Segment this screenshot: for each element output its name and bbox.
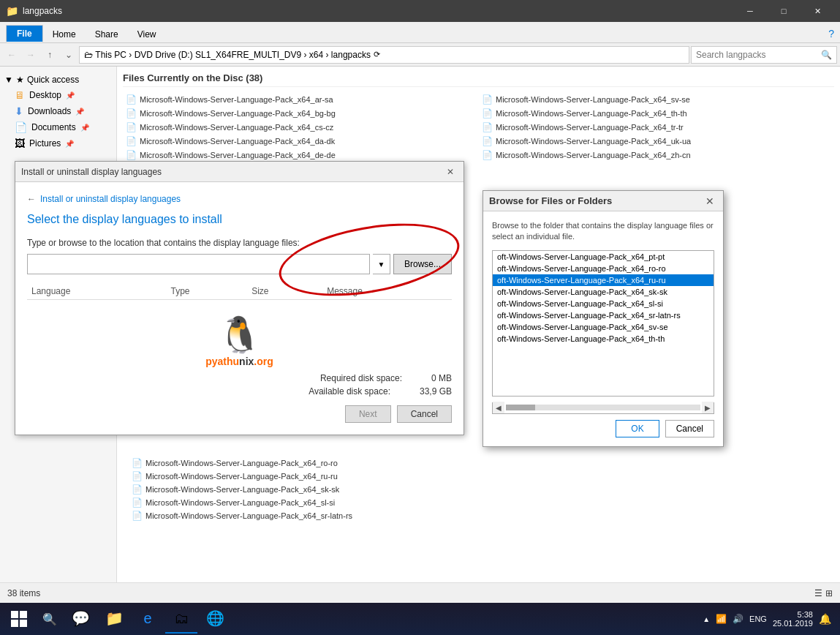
browse-list-item[interactable]: oft-Windows-Server-Language-Pack_x64_ro-… xyxy=(493,263,714,274)
taskbar-search-button[interactable]: 🔍 xyxy=(37,606,63,632)
up-button[interactable]: ↑ xyxy=(41,46,58,64)
bottom-file-items: 📄 Microsoft-Windows-Server-Language-Pack… xyxy=(123,454,834,525)
search-box: 🔍 xyxy=(691,46,837,64)
file-name: Microsoft-Windows-Server-Language-Pack_x… xyxy=(145,498,335,507)
file-name: Microsoft-Windows-Server-Language-Pack_x… xyxy=(496,151,691,159)
list-item[interactable]: 📄 Microsoft-Windows-Server-Language-Pack… xyxy=(129,509,828,522)
tab-view[interactable]: View xyxy=(128,25,166,42)
list-item[interactable]: 📄 Microsoft-Windows-Server-Language-Pack… xyxy=(123,135,478,148)
list-item[interactable]: 📄 Microsoft-Windows-Server-Language-Pack… xyxy=(479,93,834,106)
back-button[interactable]: ← xyxy=(3,46,20,64)
taskbar-clock[interactable]: 5:38 25.01.2019 xyxy=(773,610,813,628)
start-button[interactable] xyxy=(3,604,35,634)
list-item[interactable]: 📄 Microsoft-Windows-Server-Language-Pack… xyxy=(479,121,834,134)
browse-list-item-selected[interactable]: oft-Windows-Server-Language-Pack_x64_ru-… xyxy=(493,274,714,286)
minimize-button[interactable]: ─ xyxy=(733,0,767,22)
scroll-right-button[interactable]: ▶ xyxy=(702,402,714,413)
volume-icon[interactable]: 🔊 xyxy=(733,614,743,624)
file-icon: 📄 xyxy=(132,484,143,495)
list-item[interactable]: 📄 Microsoft-Windows-Server-Language-Pack… xyxy=(123,149,478,162)
browse-dialog-title: Browse for Files or Folders xyxy=(489,195,703,206)
site-logo: pyathunix.org xyxy=(27,356,452,367)
refresh-button[interactable]: ⟳ xyxy=(374,50,380,59)
taskbar-file-explorer-active[interactable]: 🗂 xyxy=(165,604,197,634)
tab-file[interactable]: File xyxy=(6,25,43,42)
browse-list-item[interactable]: oft-Windows-Server-Language-Pack_x64_sl-… xyxy=(493,298,714,309)
lang-dialog: Install or uninstall display languages ✕… xyxy=(15,161,464,435)
list-item[interactable]: 📄 Microsoft-Windows-Server-Language-Pack… xyxy=(123,121,478,134)
list-item[interactable]: 📄 Microsoft-Windows-Server-Language-Pack… xyxy=(479,149,834,162)
search-input[interactable] xyxy=(696,50,821,60)
list-item[interactable]: 📄 Microsoft-Windows-Server-Language-Pack… xyxy=(129,496,828,509)
list-item[interactable]: 📄 Microsoft-Windows-Server-Language-Pack… xyxy=(129,470,828,483)
browse-dialog-content: Browse to the folder that contains the d… xyxy=(483,211,723,446)
status-bar: 38 items ☰ ⊞ xyxy=(0,582,840,603)
sidebar-item-pictures[interactable]: 🖼 Pictures 📌 xyxy=(0,135,116,151)
network-icon[interactable]: 📶 xyxy=(716,614,727,624)
list-item[interactable]: 📄 Microsoft-Windows-Server-Language-Pack… xyxy=(123,107,478,120)
sidebar-item-downloads[interactable]: ⬇ Downloads 📌 xyxy=(0,103,116,119)
taskbar-explorer[interactable]: 📁 xyxy=(98,604,130,634)
file-icon: 📄 xyxy=(132,497,143,508)
quick-access-header[interactable]: ▼ ★ Quick access xyxy=(0,72,116,87)
dialog-bottom: Required disk space: 0 MB Available disk… xyxy=(27,373,452,397)
quick-access-label: Quick access xyxy=(27,75,79,85)
scroll-track[interactable] xyxy=(506,405,700,410)
file-icon: 📄 xyxy=(482,136,493,146)
file-name: Microsoft-Windows-Server-Language-Pack_x… xyxy=(140,151,336,159)
tab-home[interactable]: Home xyxy=(43,25,86,42)
browse-list-item[interactable]: oft-Windows-Server-Language-Pack_x64_sk-… xyxy=(493,286,714,298)
list-item[interactable]: 📄 Microsoft-Windows-Server-Language-Pack… xyxy=(129,483,828,496)
browse-list-item[interactable]: oft-Windows-Server-Language-Pack_x64_sr-… xyxy=(493,309,714,321)
ok-button[interactable]: OK xyxy=(616,420,659,437)
browse-horizontal-scrollbar[interactable]: ◀ ▶ xyxy=(492,402,714,414)
recent-locations-button[interactable]: ⌄ xyxy=(60,46,77,64)
file-name: Microsoft-Windows-Server-Language-Pack_x… xyxy=(140,95,333,104)
taskbar-ie[interactable]: e xyxy=(132,604,164,634)
notification-icon[interactable]: 🔔 xyxy=(819,613,831,625)
browse-description: Browse to the folder that contains the d… xyxy=(492,220,714,243)
lang-indicator[interactable]: ENG xyxy=(749,615,767,623)
cancel-button[interactable]: Cancel xyxy=(397,405,452,423)
browse-dialog-close-button[interactable]: ✕ xyxy=(703,194,717,208)
address-path[interactable]: 🗁 This PC › DVD Drive (D:) SL1_X64FRE_MU… xyxy=(79,46,689,64)
file-icon: 📄 xyxy=(482,108,493,119)
list-item[interactable]: 📄 Microsoft-Windows-Server-Language-Pack… xyxy=(479,135,834,148)
lang-dialog-title-bar: Install or uninstall display languages ✕ xyxy=(15,162,463,182)
help-icon[interactable]: ? xyxy=(822,25,840,42)
taskbar-app-misc[interactable]: 🌐 xyxy=(199,604,231,634)
taskbar-cortana[interactable]: 💬 xyxy=(64,604,97,634)
browse-button[interactable]: Browse... xyxy=(393,254,452,274)
sidebar-item-documents[interactable]: 📄 Documents 📌 xyxy=(0,119,116,135)
view-list-icon[interactable]: ☰ xyxy=(814,588,822,598)
start-tile xyxy=(11,620,18,627)
browse-list-item[interactable]: oft-Windows-Server-Language-Pack_x64_sv-… xyxy=(493,321,714,333)
back-button[interactable]: ← Install or uninstall display languages xyxy=(27,194,452,204)
browse-list-item[interactable]: oft-Windows-Server-Language-Pack_x64_th-… xyxy=(493,333,714,345)
list-item[interactable]: 📄 Microsoft-Windows-Server-Language-Pack… xyxy=(123,93,478,106)
status-bar-right: ☰ ⊞ xyxy=(814,588,833,598)
required-disk-value: 0 MB xyxy=(431,373,452,383)
file-icon: 📄 xyxy=(126,94,137,105)
view-grid-icon[interactable]: ⊞ xyxy=(825,588,833,598)
list-item[interactable]: 📄 Microsoft-Windows-Server-Language-Pack… xyxy=(129,456,828,470)
browse-list-item[interactable]: oft-Windows-Server-Language-Pack_x64_pt-… xyxy=(493,251,714,263)
maximize-button[interactable]: □ xyxy=(767,0,801,22)
file-name: Microsoft-Windows-Server-Language-Pack_x… xyxy=(496,109,687,118)
up-arrow-icon[interactable]: ▲ xyxy=(703,615,710,623)
cancel-button[interactable]: Cancel xyxy=(665,420,714,437)
forward-button[interactable]: → xyxy=(22,46,39,64)
scroll-left-button[interactable]: ◀ xyxy=(493,402,504,413)
lang-path-input[interactable] xyxy=(27,254,370,274)
close-button[interactable]: ✕ xyxy=(801,0,834,22)
col-message: Message xyxy=(322,283,452,300)
tab-share[interactable]: Share xyxy=(86,25,128,42)
next-button: Next xyxy=(345,405,391,423)
sidebar-item-desktop[interactable]: 🖥 Desktop 📌 xyxy=(0,87,116,103)
list-item[interactable]: 📄 Microsoft-Windows-Server-Language-Pack… xyxy=(479,107,834,120)
ribbon-tabs: File Home Share View ? xyxy=(0,22,840,42)
taskbar-sys-icons: ▲ 📶 🔊 ENG xyxy=(703,614,767,624)
downloads-icon: ⬇ xyxy=(15,105,23,117)
dropdown-button[interactable]: ▼ xyxy=(373,254,390,274)
lang-dialog-close-button[interactable]: ✕ xyxy=(443,165,458,179)
